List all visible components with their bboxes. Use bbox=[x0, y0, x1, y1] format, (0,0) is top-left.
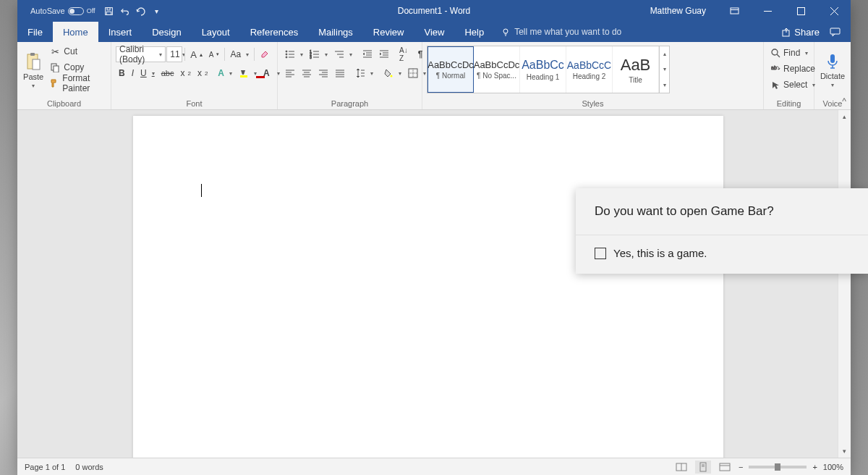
comments-icon[interactable] bbox=[830, 28, 841, 37]
svg-point-20 bbox=[286, 51, 287, 52]
page-indicator[interactable]: Page 1 of 1 bbox=[25, 463, 65, 471]
find-button[interactable]: Find ▾ bbox=[768, 45, 809, 61]
zoom-level[interactable]: 100% bbox=[823, 463, 843, 471]
tab-design[interactable]: Design bbox=[142, 22, 191, 42]
autosave-switch[interactable] bbox=[68, 7, 84, 15]
minimize-button[interactable] bbox=[751, 0, 784, 22]
customize-qat-icon[interactable]: ▾ bbox=[152, 6, 162, 16]
scroll-up-button[interactable]: ▴ bbox=[838, 110, 851, 123]
tell-me-search[interactable]: Tell me what you want to do bbox=[494, 22, 629, 42]
svg-point-22 bbox=[286, 54, 287, 55]
sort-button[interactable]: A↓Z bbox=[396, 46, 411, 62]
multilevel-list-button[interactable]: ▾ bbox=[331, 46, 355, 62]
collapse-ribbon-button[interactable]: ^ bbox=[842, 96, 846, 106]
replace-label: Replace bbox=[783, 64, 815, 74]
tab-references[interactable]: References bbox=[240, 22, 308, 42]
line-spacing-button[interactable]: ▾ bbox=[352, 65, 376, 81]
subscript-button[interactable]: x2 bbox=[177, 65, 193, 81]
align-left-button[interactable] bbox=[282, 65, 298, 81]
tab-layout[interactable]: Layout bbox=[192, 22, 240, 42]
replace-button[interactable]: ab Replace bbox=[768, 61, 809, 77]
decrease-indent-button[interactable] bbox=[359, 46, 375, 62]
superscript-button[interactable]: x2 bbox=[195, 65, 210, 81]
gamebar-checkbox-label[interactable]: Yes, this is a game. bbox=[613, 247, 707, 259]
borders-icon bbox=[408, 68, 418, 78]
align-right-button[interactable] bbox=[315, 65, 331, 81]
group-editing: Find ▾ ab Replace Select ▾ Editing bbox=[764, 42, 814, 109]
ribbon-tabs: File Home Insert Design Layout Reference… bbox=[17, 22, 851, 42]
tell-me-placeholder: Tell me what you want to do bbox=[514, 27, 621, 37]
tab-mailings[interactable]: Mailings bbox=[308, 22, 363, 42]
share-icon bbox=[782, 28, 791, 37]
save-icon[interactable] bbox=[104, 6, 114, 16]
paste-button[interactable]: Paste ▾ bbox=[22, 43, 45, 97]
web-layout-button[interactable] bbox=[717, 461, 733, 474]
font-family-combo[interactable]: Calibri (Body)▾ bbox=[116, 46, 166, 62]
gallery-scroll-up[interactable]: ▴ bbox=[660, 46, 669, 62]
select-button[interactable]: Select ▾ bbox=[768, 77, 809, 93]
cut-button[interactable]: ✂ Cut bbox=[46, 43, 106, 59]
zoom-in-button[interactable]: + bbox=[812, 463, 817, 471]
tab-help[interactable]: Help bbox=[454, 22, 494, 42]
tab-review[interactable]: Review bbox=[363, 22, 414, 42]
svg-rect-15 bbox=[30, 53, 35, 56]
bullets-button[interactable]: ▾ bbox=[282, 46, 306, 62]
format-painter-button[interactable]: Format Painter bbox=[46, 75, 106, 91]
grow-font-button[interactable]: A▴ bbox=[187, 46, 205, 62]
group-styles: AaBbCcDc ¶ Normal AaBbCcDc ¶ No Spac... … bbox=[422, 42, 764, 109]
tab-view[interactable]: View bbox=[414, 22, 454, 42]
style-title[interactable]: AaB Title bbox=[613, 46, 659, 93]
shrink-font-button[interactable]: A▾ bbox=[206, 46, 223, 62]
shading-button[interactable]: ▾ bbox=[380, 65, 404, 81]
ribbon-display-options[interactable] bbox=[718, 0, 751, 22]
username[interactable]: Matthew Guay bbox=[639, 6, 718, 16]
change-case-button[interactable]: Aa▾ bbox=[227, 46, 252, 62]
redo-icon[interactable] bbox=[136, 6, 146, 16]
svg-rect-19 bbox=[240, 75, 247, 77]
clear-formatting-button[interactable] bbox=[257, 46, 273, 62]
read-mode-button[interactable] bbox=[673, 461, 689, 474]
vertical-scrollbar[interactable]: ▴ ▾ bbox=[838, 110, 851, 458]
bold-button[interactable]: B bbox=[116, 65, 128, 81]
numbering-button[interactable]: 123▾ bbox=[307, 46, 331, 62]
tab-home[interactable]: Home bbox=[53, 22, 98, 42]
scroll-down-button[interactable]: ▾ bbox=[838, 445, 851, 458]
style-normal[interactable]: AaBbCcDc ¶ Normal bbox=[427, 46, 474, 93]
underline-button[interactable]: U▾ bbox=[137, 65, 158, 81]
gamebar-checkbox[interactable] bbox=[595, 248, 606, 259]
maximize-button[interactable] bbox=[784, 0, 817, 22]
tab-file[interactable]: File bbox=[17, 22, 53, 42]
justify-icon bbox=[335, 68, 345, 78]
font-size-combo[interactable]: 11▾ bbox=[166, 46, 182, 62]
increase-indent-button[interactable] bbox=[376, 46, 392, 62]
svg-rect-1 bbox=[107, 7, 110, 9]
justify-button[interactable] bbox=[332, 65, 348, 81]
zoom-slider[interactable] bbox=[749, 466, 807, 468]
share-button[interactable]: Share bbox=[782, 27, 820, 38]
strikethrough-button[interactable]: abc bbox=[158, 65, 177, 81]
style-no-spacing[interactable]: AaBbCcDc ¶ No Spac... bbox=[474, 46, 520, 93]
gallery-scroll-down[interactable]: ▾ bbox=[660, 62, 669, 77]
italic-button[interactable]: I bbox=[129, 65, 137, 81]
style-heading-1[interactable]: AaBbCc Heading 1 bbox=[520, 46, 566, 93]
svg-line-67 bbox=[777, 54, 780, 57]
gamebar-title: Do you want to open Game Bar? bbox=[576, 188, 868, 235]
dictate-button[interactable]: Dictate ▾ bbox=[819, 43, 846, 97]
paste-icon bbox=[25, 52, 41, 71]
highlight-button[interactable]: ▾ bbox=[236, 65, 260, 81]
svg-rect-3 bbox=[731, 8, 739, 14]
close-button[interactable] bbox=[817, 0, 851, 22]
print-layout-button[interactable] bbox=[695, 461, 711, 474]
undo-icon[interactable] bbox=[120, 6, 130, 16]
zoom-thumb[interactable] bbox=[775, 463, 780, 471]
style-heading-2[interactable]: AaBbCcC Heading 2 bbox=[566, 46, 613, 93]
document-page[interactable] bbox=[133, 116, 723, 458]
text-effects-button[interactable]: A▾ bbox=[215, 65, 235, 81]
paint-bucket-icon bbox=[383, 68, 393, 78]
tab-insert[interactable]: Insert bbox=[98, 22, 142, 42]
autosave-toggle[interactable]: AutoSave Off bbox=[27, 5, 98, 17]
align-center-button[interactable] bbox=[299, 65, 315, 81]
zoom-out-button[interactable]: − bbox=[739, 463, 743, 471]
gallery-expand[interactable]: ▾ bbox=[660, 77, 669, 93]
word-count[interactable]: 0 words bbox=[75, 463, 103, 471]
